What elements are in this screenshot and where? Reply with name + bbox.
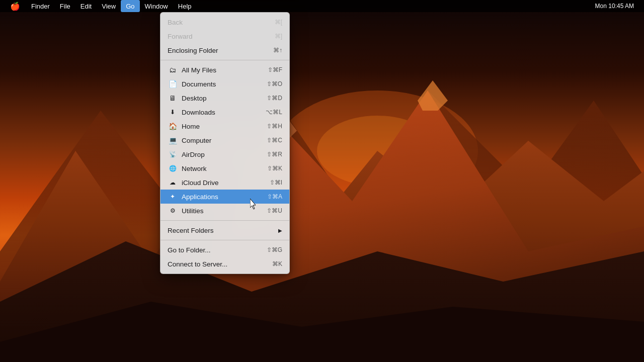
recent-folders-label: Recent Folders bbox=[168, 227, 278, 234]
forward-label: Forward bbox=[168, 33, 275, 40]
menu-item-downloads[interactable]: ⬇ Downloads ⌥⌘L bbox=[160, 105, 289, 119]
desktop-label: Desktop bbox=[182, 95, 267, 102]
documents-shortcut: ⇧⌘O bbox=[267, 80, 282, 87]
documents-icon: 📄 bbox=[168, 79, 178, 89]
applications-label: Applications bbox=[182, 193, 267, 201]
utilities-label: Utilities bbox=[182, 207, 267, 215]
go-to-folder-shortcut: ⇧⌘G bbox=[267, 246, 282, 253]
menu-item-enclosing[interactable]: Enclosing Folder ⌘↑ bbox=[160, 43, 289, 57]
computer-shortcut: ⇧⌘C bbox=[267, 137, 282, 144]
recent-folders-arrow: ▶ bbox=[278, 228, 282, 233]
network-icon: 🌐 bbox=[168, 163, 178, 173]
menu-item-icloud[interactable]: ☁ iCloud Drive ⇧⌘I bbox=[160, 175, 289, 190]
menu-item-connect-server[interactable]: Connect to Server... ⌘K bbox=[160, 257, 289, 271]
window-menu[interactable]: Window bbox=[140, 0, 173, 12]
enclosing-shortcut: ⌘↑ bbox=[273, 47, 282, 54]
separator-2 bbox=[160, 220, 289, 221]
menu-item-documents[interactable]: 📄 Documents ⇧⌘O bbox=[160, 77, 289, 91]
menu-item-airdrop[interactable]: 📡 AirDrop ⇧⌘R bbox=[160, 147, 289, 161]
downloads-shortcut: ⌥⌘L bbox=[266, 109, 282, 116]
apple-menu[interactable]: 🍎 bbox=[4, 0, 26, 12]
icloud-label: iCloud Drive bbox=[182, 179, 270, 187]
downloads-label: Downloads bbox=[182, 109, 266, 116]
menu-item-forward[interactable]: Forward ⌘] bbox=[160, 29, 289, 43]
separator-1 bbox=[160, 60, 289, 60]
network-label: Network bbox=[182, 165, 267, 172]
home-shortcut: ⇧⌘H bbox=[267, 123, 282, 130]
connect-server-shortcut: ⌘K bbox=[272, 260, 282, 267]
menu-item-utilities[interactable]: ⚙ Utilities ⇧⌘U bbox=[160, 204, 289, 218]
airdrop-label: AirDrop bbox=[182, 151, 267, 158]
desktop-shortcut: ⇧⌘D bbox=[267, 95, 282, 102]
edit-menu[interactable]: Edit bbox=[75, 0, 97, 12]
menubar: 🍎 Finder File Edit View Go Window Help M… bbox=[0, 0, 644, 12]
applications-icon: ✦ bbox=[168, 192, 178, 202]
back-shortcut: ⌘[ bbox=[275, 19, 282, 26]
computer-icon: 💻 bbox=[168, 135, 178, 145]
downloads-icon: ⬇ bbox=[168, 107, 178, 117]
back-label: Back bbox=[168, 19, 275, 26]
finder-menu[interactable]: Finder bbox=[26, 0, 55, 12]
icloud-shortcut: ⇧⌘I bbox=[270, 179, 282, 186]
utilities-shortcut: ⇧⌘U bbox=[267, 207, 282, 214]
go-dropdown-menu: Back ⌘[ Forward ⌘] Enclosing Folder ⌘↑ 🗂… bbox=[160, 12, 290, 274]
menu-item-go-to-folder[interactable]: Go to Folder... ⇧⌘G bbox=[160, 243, 289, 257]
help-menu[interactable]: Help bbox=[173, 0, 197, 12]
applications-shortcut: ⇧⌘A bbox=[267, 193, 282, 200]
go-to-folder-label: Go to Folder... bbox=[168, 246, 267, 254]
documents-label: Documents bbox=[182, 80, 267, 88]
icloud-icon: ☁ bbox=[168, 177, 178, 188]
separator-3 bbox=[160, 240, 289, 240]
airdrop-shortcut: ⇧⌘R bbox=[267, 151, 282, 158]
utilities-icon: ⚙ bbox=[168, 206, 178, 216]
menu-item-applications[interactable]: ✦ Applications ⇧⌘A bbox=[160, 190, 289, 204]
network-shortcut: ⇧⌘K bbox=[267, 165, 282, 172]
menu-item-all-my-files[interactable]: 🗂 All My Files ⇧⌘F bbox=[160, 63, 289, 77]
home-label: Home bbox=[182, 123, 267, 130]
menu-item-desktop[interactable]: 🖥 Desktop ⇧⌘D bbox=[160, 91, 289, 105]
home-icon: 🏠 bbox=[168, 121, 178, 131]
menu-item-recent-folders[interactable]: Recent Folders ▶ bbox=[160, 223, 289, 237]
all-my-files-label: All My Files bbox=[182, 66, 268, 74]
menu-item-computer[interactable]: 💻 Computer ⇧⌘C bbox=[160, 133, 289, 147]
enclosing-label: Enclosing Folder bbox=[168, 47, 273, 54]
go-menu[interactable]: Go bbox=[121, 0, 139, 12]
view-menu[interactable]: View bbox=[97, 0, 121, 12]
menu-item-network[interactable]: 🌐 Network ⇧⌘K bbox=[160, 161, 289, 175]
file-menu[interactable]: File bbox=[55, 0, 75, 12]
menu-item-back[interactable]: Back ⌘[ bbox=[160, 15, 289, 29]
airdrop-icon: 📡 bbox=[168, 149, 178, 159]
forward-shortcut: ⌘] bbox=[275, 33, 282, 40]
all-my-files-icon: 🗂 bbox=[168, 65, 178, 75]
all-my-files-shortcut: ⇧⌘F bbox=[268, 66, 282, 73]
clock: Mon 10:45 AM bbox=[589, 3, 640, 10]
desktop-icon: 🖥 bbox=[168, 93, 178, 103]
mountain-svg bbox=[0, 0, 644, 362]
desktop-background bbox=[0, 0, 644, 362]
menu-item-home[interactable]: 🏠 Home ⇧⌘H bbox=[160, 119, 289, 133]
connect-server-label: Connect to Server... bbox=[168, 260, 272, 268]
computer-label: Computer bbox=[182, 137, 267, 144]
menubar-right: Mon 10:45 AM bbox=[589, 3, 640, 10]
